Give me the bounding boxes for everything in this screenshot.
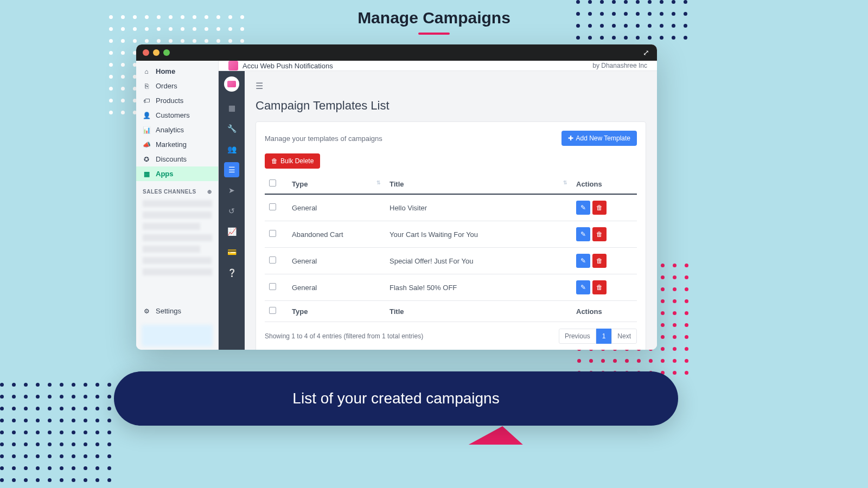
row-type: Abandoned Cart (288, 221, 385, 248)
row-type: General (288, 274, 385, 301)
checkbox[interactable] (269, 307, 276, 314)
nav-label: Home (156, 67, 175, 75)
expand-icon[interactable]: ⤢ (643, 48, 649, 57)
add-template-button[interactable]: ✚Add New Template (561, 131, 637, 146)
table-row: GeneralFlash Sale! 50% OFF✎🗑 (265, 274, 637, 301)
app-nav-chart[interactable]: 📈 (224, 224, 239, 239)
decorative-dots-bottom-left (0, 383, 111, 482)
grid-icon: ▦ (228, 104, 235, 112)
app-nav-grid[interactable]: ▦ (224, 100, 239, 115)
apps-icon: ▦ (143, 170, 150, 178)
delete-button[interactable]: 🗑 (592, 201, 607, 215)
col-actions: Actions (576, 180, 602, 188)
row-title: Your Cart Is Waiting For You (385, 221, 572, 248)
sidebar-item-home[interactable]: ⌂Home (136, 64, 218, 79)
nav-label: Discounts (156, 155, 187, 163)
row-checkbox[interactable] (269, 256, 276, 264)
pagination: Previous 1 Next (559, 329, 637, 344)
row-checkbox[interactable] (269, 203, 276, 210)
app-nav-users[interactable]: 👥 (224, 142, 239, 157)
decorative-dots-top-right (576, 0, 687, 40)
nav-label: Orders (156, 82, 177, 90)
sidebar-item-orders[interactable]: ⎘Orders (136, 79, 218, 93)
app-nav-list[interactable]: ☰ (224, 162, 239, 177)
hamburger-icon[interactable]: ☰ (256, 81, 263, 91)
blurred-channel (143, 268, 212, 275)
nav-label: Analytics (156, 126, 184, 134)
app-title: Accu Web Push Notifications (242, 62, 333, 70)
list-icon: ☰ (228, 165, 235, 174)
plus-icon: ✚ (568, 134, 573, 142)
edit-button[interactable]: ✎ (576, 201, 590, 215)
history-icon: ↺ (228, 207, 235, 215)
title-underline (418, 33, 450, 35)
app-nav-tools[interactable]: 🔧 (224, 121, 239, 136)
trash-icon: 🗑 (271, 157, 278, 165)
edit-button[interactable]: ✎ (576, 227, 590, 241)
edit-button[interactable]: ✎ (576, 280, 590, 294)
app-nav-billing[interactable]: 💳 (224, 245, 239, 260)
delete-button[interactable]: 🗑 (592, 227, 607, 241)
row-type: General (288, 194, 385, 221)
window-titlebar: ⤢ (136, 44, 657, 61)
wrench-icon: 🔧 (227, 124, 237, 133)
card-icon: 💳 (227, 248, 237, 256)
nav-label: Apps (156, 170, 174, 178)
sidebar-item-customers[interactable]: 👤Customers (136, 108, 218, 123)
minimize-icon[interactable] (153, 49, 159, 56)
delete-button[interactable]: 🗑 (592, 280, 607, 294)
blurred-channel (143, 234, 212, 241)
sidebar-item-marketing[interactable]: 📣Marketing (136, 137, 218, 152)
pagination-info: Showing 1 to 4 of 4 entries (filtered fr… (265, 332, 423, 340)
row-checkbox[interactable] (269, 230, 276, 237)
app-nav-send[interactable]: ➤ (224, 183, 239, 198)
sort-icon[interactable]: ⇅ (376, 180, 381, 185)
chart-icon: 📈 (227, 227, 237, 236)
add-channel-icon[interactable]: ⊕ (207, 189, 212, 195)
edit-button[interactable]: ✎ (576, 254, 590, 268)
next-button[interactable]: Next (611, 329, 637, 344)
page-1-button[interactable]: 1 (596, 329, 612, 344)
table-row: GeneralHello Visiter✎🗑 (265, 194, 637, 221)
prev-button[interactable]: Previous (559, 329, 596, 344)
app-nav-history[interactable]: ↺ (224, 203, 239, 219)
select-all-checkbox[interactable] (269, 179, 276, 187)
col-type: Type (292, 180, 308, 188)
sidebar-item-apps[interactable]: ▦Apps (136, 166, 218, 181)
help-icon: ❔ (227, 268, 237, 277)
app-header: Accu Web Push Notifications by Dhanashre… (219, 61, 657, 71)
sidebar-item-products[interactable]: 🏷Products (136, 93, 218, 108)
sidebar-item-settings[interactable]: ⚙Settings (136, 304, 218, 318)
channels-heading: SALES CHANNELS⊕ (136, 181, 218, 198)
app-nav-help[interactable]: ❔ (224, 265, 239, 280)
card-subtitle: Manage your templates of campaigns (265, 134, 382, 143)
delete-button[interactable]: 🗑 (592, 254, 607, 268)
nav-label: Customers (156, 111, 190, 119)
row-type: General (288, 248, 385, 274)
row-title: Hello Visiter (385, 194, 572, 221)
sort-icon[interactable]: ⇅ (563, 180, 567, 185)
users-icon: 👥 (227, 145, 237, 153)
row-checkbox[interactable] (269, 283, 276, 290)
templates-table: Type⇅ Title⇅ Actions GeneralHello Visite… (265, 174, 637, 322)
row-title: Flash Sale! 50% OFF (385, 274, 572, 301)
close-icon[interactable] (143, 49, 149, 56)
bulk-delete-button[interactable]: 🗑Bulk Delete (265, 153, 320, 169)
app-window: ⤢ ⌂Home ⎘Orders 🏷Products 👤Customers 📊An… (136, 44, 657, 350)
gear-icon: ⚙ (143, 307, 150, 315)
sidebar-item-discounts[interactable]: ✪Discounts (136, 152, 218, 166)
maximize-icon[interactable] (163, 49, 170, 56)
blurred-card (142, 325, 213, 346)
app-sidebar: ▦ 🔧 👥 ☰ ➤ ↺ 📈 💳 ❔ (219, 71, 245, 350)
user-icon: 👤 (143, 112, 150, 119)
sidebar-item-analytics[interactable]: 📊Analytics (136, 123, 218, 137)
decorative-triangle (469, 426, 529, 445)
blurred-channel (143, 223, 200, 230)
app-developer: by Dhanashree Inc (592, 62, 647, 69)
marketing-icon: 📣 (143, 141, 150, 149)
table-row: Abandoned CartYour Cart Is Waiting For Y… (265, 221, 637, 248)
blurred-channel (143, 211, 212, 219)
row-title: Special Offer! Just For You (385, 248, 572, 274)
col-title: Title (390, 180, 404, 188)
orders-icon: ⎘ (143, 82, 150, 90)
